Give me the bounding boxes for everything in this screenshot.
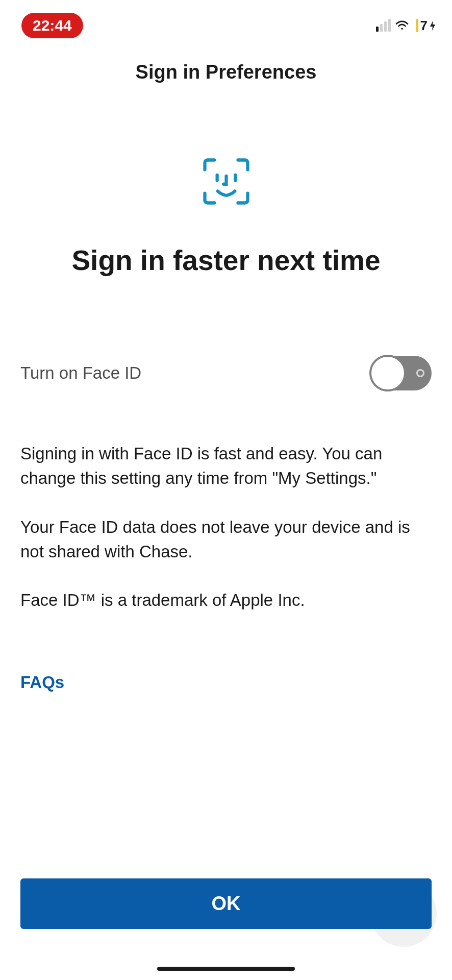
status-icons: 7 (376, 18, 437, 34)
status-time-pill[interactable]: 22:44 (21, 13, 83, 38)
page-title: Sign in Preferences (0, 61, 452, 83)
face-id-toggle-label: Turn on Face ID (20, 363, 141, 383)
battery-indicator: 7 (416, 18, 437, 34)
charging-icon (429, 19, 437, 32)
description-paragraph-2: Your Face ID data does not leave your de… (20, 515, 432, 564)
face-id-toggle[interactable] (370, 356, 432, 390)
main-heading: Sign in faster next time (20, 244, 432, 277)
description-paragraph-3: Face ID™ is a trademark of Apple Inc. (20, 588, 432, 612)
home-indicator[interactable] (157, 967, 295, 971)
battery-text: 7 (420, 18, 428, 34)
signal-icon (376, 19, 391, 32)
face-id-icon (199, 155, 253, 208)
face-id-toggle-row: Turn on Face ID (20, 356, 432, 390)
status-bar: 22:44 7 (0, 0, 452, 46)
faqs-link[interactable]: FAQs (20, 673, 64, 692)
ok-button[interactable]: OK (20, 878, 432, 929)
description-paragraph-1: Signing in with Face ID is fast and easy… (20, 442, 432, 491)
description-text: Signing in with Face ID is fast and easy… (20, 442, 432, 612)
wifi-icon (395, 20, 409, 31)
